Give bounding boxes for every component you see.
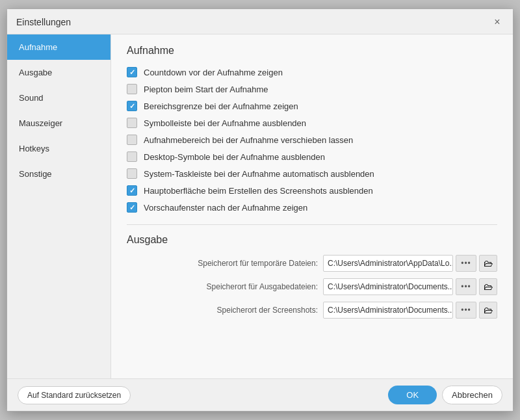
field-input-1[interactable]: C:\Users\Administrator\AppData\Lo... [323,255,453,272]
sidebar-item-hotkeys[interactable]: Hotkeys [7,136,110,161]
checkbox-1[interactable] [127,67,137,77]
field-input-wrap-2: C:\Users\Administrator\Documents... ••• … [323,278,497,295]
title-bar: Einstellungen × [7,9,513,34]
checkbox-4[interactable] [127,118,137,128]
dots-button-1[interactable]: ••• [456,255,476,272]
section1-title: Aufnahme [127,45,497,57]
field-row-2: Speicherort für Ausgabedateien: C:\Users… [127,278,497,295]
close-button[interactable]: × [491,16,504,29]
dots-button-3[interactable]: ••• [456,302,476,319]
checkbox-row-9: Vorschaufenster nach der Aufnahme zeigen [127,202,497,213]
field-label-1: Speicherort für temporäre Dateien: [154,259,323,268]
checkbox-6[interactable] [127,151,137,162]
checkbox-8[interactable] [127,185,137,196]
checkbox-row-1: Countdown vor der Aufnahme zeigen [127,67,497,77]
field-row-3: Speicherort der Screenshots: C:\Users\Ad… [127,302,497,319]
section-divider [127,224,497,225]
sidebar-item-aufnahme[interactable]: Aufnahme [7,34,110,60]
checkbox-row-7: System-Taskleiste bei der Aufnahme autom… [127,168,497,179]
checkbox-label-9: Vorschaufenster nach der Aufnahme zeigen [144,203,307,213]
reset-button[interactable]: Auf Standard zurücksetzen [18,386,131,404]
sidebar-item-ausgabe[interactable]: Ausgabe [7,60,110,85]
sidebar-item-sound[interactable]: Sound [7,85,110,111]
dialog-title: Einstellungen [16,17,71,27]
checkbox-label-4: Symbolleiste bei der Aufnahme ausblenden [144,118,306,128]
folder-button-2[interactable]: 🗁 [479,278,497,295]
checkbox-row-5: Aufnahmebereich bei der Aufnahme verschi… [127,135,497,145]
folder-button-3[interactable]: 🗁 [479,302,497,319]
field-input-2[interactable]: C:\Users\Administrator\Documents... [323,278,453,295]
folder-icon-1: 🗁 [484,258,493,269]
footer-right: OK Abbrechen [388,386,502,404]
checkbox-7[interactable] [127,168,137,179]
folder-icon-3: 🗁 [484,305,493,315]
settings-dialog: Einstellungen × Aufnahme Ausgabe Sound M… [6,8,514,412]
checkbox-3[interactable] [127,101,137,111]
folder-button-1[interactable]: 🗁 [479,255,497,272]
sidebar-item-mauszeiger[interactable]: Mauszeiger [7,111,110,136]
checkbox-label-8: Hauptoberfläche beim Erstellen des Scree… [144,186,373,196]
checkbox-label-6: Desktop-Symbole bei der Aufnahme ausblen… [144,152,325,162]
field-input-wrap-3: C:\Users\Administrator\Documents... ••• … [323,302,497,319]
checkbox-row-4: Symbolleiste bei der Aufnahme ausblenden [127,118,497,128]
checkbox-row-3: Bereichsgrenze bei der Aufnahme zeigen [127,101,497,111]
checkbox-label-1: Countdown vor der Aufnahme zeigen [144,68,283,77]
checkbox-label-7: System-Taskleiste bei der Aufnahme autom… [144,169,374,179]
checkbox-label-5: Aufnahmebereich bei der Aufnahme verschi… [144,135,353,145]
checkbox-label-3: Bereichsgrenze bei der Aufnahme zeigen [144,101,298,111]
dialog-body: Aufnahme Ausgabe Sound Mauszeiger Hotkey… [7,34,513,378]
field-label-3: Speicherort der Screenshots: [154,306,323,315]
checkbox-9[interactable] [127,202,137,213]
checkbox-row-8: Hauptoberfläche beim Erstellen des Scree… [127,185,497,196]
checkbox-label-2: Piepton beim Start der Aufnahme [144,85,268,94]
dots-button-2[interactable]: ••• [456,278,476,295]
field-input-wrap-1: C:\Users\Administrator\AppData\Lo... •••… [323,255,497,272]
dialog-footer: Auf Standard zurücksetzen OK Abbrechen [7,378,513,411]
cancel-button[interactable]: Abbrechen [442,386,502,404]
main-content: Aufnahme Countdown vor der Aufnahme zeig… [111,34,513,378]
field-label-2: Speicherort für Ausgabedateien: [154,282,323,291]
field-row-1: Speicherort für temporäre Dateien: C:\Us… [127,255,497,272]
checkbox-row-6: Desktop-Symbole bei der Aufnahme ausblen… [127,151,497,162]
field-input-3[interactable]: C:\Users\Administrator\Documents... [323,302,453,319]
checkbox-2[interactable] [127,84,137,94]
ok-button[interactable]: OK [388,386,437,404]
checkbox-row-2: Piepton beim Start der Aufnahme [127,84,497,94]
sidebar: Aufnahme Ausgabe Sound Mauszeiger Hotkey… [7,34,111,378]
folder-icon-2: 🗁 [484,282,493,292]
section2-title: Ausgabe [127,234,497,246]
checkbox-5[interactable] [127,135,137,145]
sidebar-item-sonstige[interactable]: Sonstige [7,161,110,187]
